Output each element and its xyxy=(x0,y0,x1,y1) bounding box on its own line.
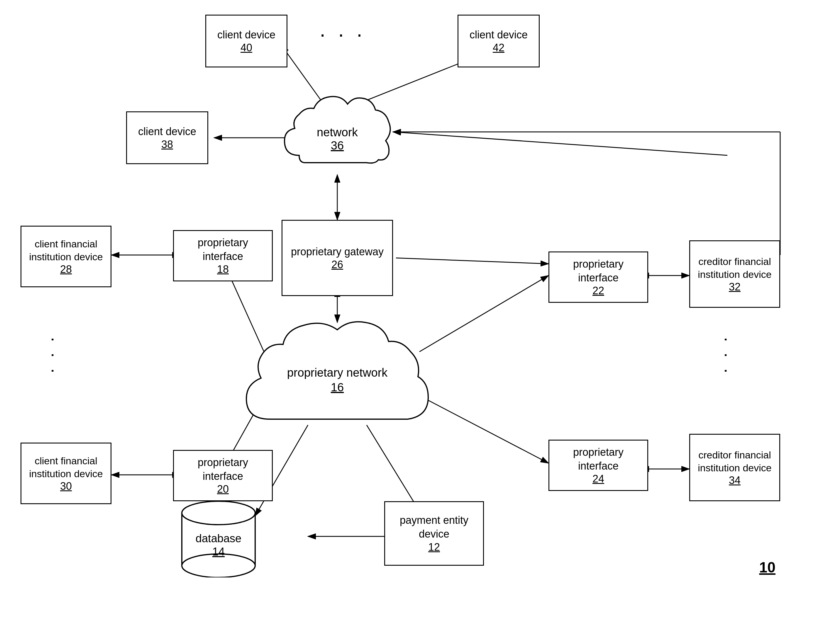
svg-line-21 xyxy=(396,258,549,264)
svg-text:36: 36 xyxy=(331,139,344,152)
client-device-40-num: 40 xyxy=(241,41,252,54)
database-14-cylinder: database 14 xyxy=(176,495,261,577)
proprietary-interface-18-num: 18 xyxy=(217,263,229,276)
network-36-cloud: network 36 xyxy=(276,85,399,185)
proprietary-interface-24-num: 24 xyxy=(593,473,604,485)
client-device-38-num: 38 xyxy=(161,138,173,151)
dots-top: · · · xyxy=(320,28,366,40)
payment-entity-12-num: 12 xyxy=(428,541,440,554)
client-device-38-box: client device 38 xyxy=(126,111,208,164)
svg-text:database: database xyxy=(196,532,241,545)
payment-entity-12-box: payment entity device 12 xyxy=(384,501,484,566)
svg-point-27 xyxy=(182,501,255,525)
client-financial-30-num: 30 xyxy=(60,480,72,492)
client-financial-28-num: 28 xyxy=(60,263,72,276)
figure-number: 10 xyxy=(759,559,775,576)
client-device-42-num: 42 xyxy=(493,41,504,54)
proprietary-network-16-cloud: proprietary network 16 xyxy=(232,311,443,437)
proprietary-interface-24-box: proprietary interface 24 xyxy=(549,440,648,491)
proprietary-interface-24-label: proprietary interface xyxy=(552,446,644,473)
proprietary-interface-22-label: proprietary interface xyxy=(552,257,644,285)
proprietary-interface-18-box: proprietary interface 18 xyxy=(173,230,273,281)
dots-right: · · · xyxy=(722,337,732,376)
client-device-40-label: client device xyxy=(217,28,275,42)
client-financial-28-box: client financial institution device 28 xyxy=(21,226,111,287)
svg-text:network: network xyxy=(317,126,358,139)
client-device-40-box: client device 40 xyxy=(205,15,287,68)
proprietary-gateway-26-label: proprietary gateway xyxy=(291,245,384,259)
proprietary-interface-22-box: proprietary interface 22 xyxy=(549,251,648,303)
client-device-42-label: client device xyxy=(470,28,528,42)
proprietary-interface-20-box: proprietary interface 20 xyxy=(173,450,273,501)
proprietary-gateway-26-box: proprietary gateway 26 xyxy=(282,220,393,296)
svg-text:16: 16 xyxy=(331,381,344,394)
diagram-container: client device 40 client device 42 · · · … xyxy=(0,0,840,617)
client-financial-30-label: client financial institution device xyxy=(24,454,108,480)
proprietary-gateway-26-num: 26 xyxy=(331,258,343,271)
creditor-financial-32-box: creditor financial institution device 32 xyxy=(689,241,780,308)
client-financial-28-label: client financial institution device xyxy=(24,238,108,263)
client-financial-30-box: client financial institution device 30 xyxy=(21,443,111,504)
payment-entity-12-label: payment entity device xyxy=(388,514,480,541)
proprietary-interface-18-label: proprietary interface xyxy=(177,236,269,264)
svg-text:proprietary network: proprietary network xyxy=(287,366,388,379)
proprietary-interface-20-num: 20 xyxy=(217,483,229,495)
dots-left: · · · xyxy=(49,337,59,376)
svg-text:14: 14 xyxy=(212,546,225,558)
creditor-financial-34-box: creditor financial institution device 34 xyxy=(689,434,780,501)
creditor-financial-32-label: creditor financial institution device xyxy=(693,255,776,281)
client-device-42-box: client device 42 xyxy=(457,15,540,68)
svg-line-6 xyxy=(393,132,728,155)
creditor-financial-32-num: 32 xyxy=(729,281,741,293)
creditor-financial-34-num: 34 xyxy=(729,474,741,487)
proprietary-interface-20-label: proprietary interface xyxy=(177,456,269,483)
client-device-38-label: client device xyxy=(138,125,196,139)
creditor-financial-34-label: creditor financial institution device xyxy=(693,449,776,474)
proprietary-interface-22-num: 22 xyxy=(593,285,604,297)
